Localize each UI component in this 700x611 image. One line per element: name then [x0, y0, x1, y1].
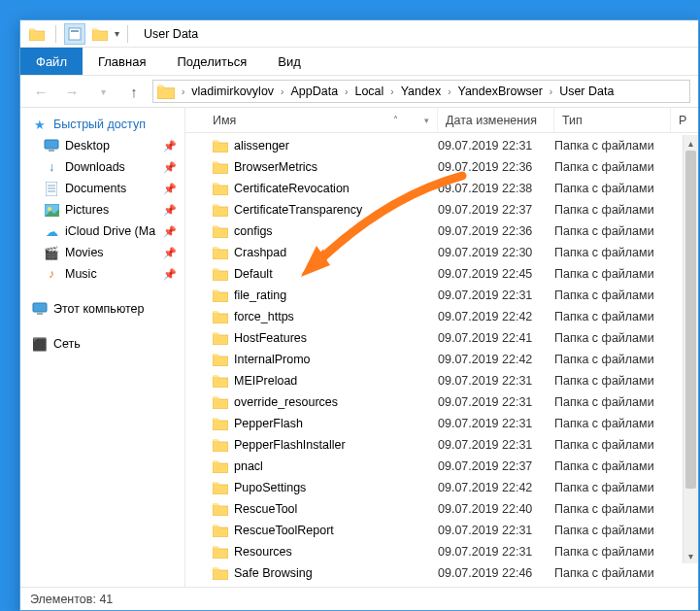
- column-name[interactable]: Имя ˄ ▾: [185, 108, 438, 132]
- table-row[interactable]: file_rating09.07.2019 22:31Папка с файла…: [185, 285, 698, 306]
- file-date: 09.07.2019 22:41: [438, 331, 554, 345]
- file-type: Папка с файлами: [554, 224, 671, 238]
- file-name: HostFeatures: [234, 331, 307, 345]
- folder-icon: [213, 524, 228, 537]
- tab-home[interactable]: Главная: [83, 48, 161, 75]
- breadcrumb-seg[interactable]: User Data: [555, 85, 617, 98]
- table-row[interactable]: force_https09.07.2019 22:42Папка с файла…: [185, 306, 698, 327]
- file-name: PupoSettings: [234, 481, 306, 494]
- folder-icon: [213, 374, 228, 388]
- scroll-down-icon[interactable]: ▾: [683, 548, 698, 563]
- table-row[interactable]: PepperFlashInstaller09.07.2019 22:31Папк…: [185, 434, 698, 456]
- breadcrumb-seg[interactable]: vladimirkovylov: [187, 85, 278, 98]
- sidebar-network[interactable]: ⬛ Сеть: [24, 333, 181, 355]
- title-bar: ▾ User Data: [20, 20, 698, 48]
- file-type: Папка с файлами: [554, 481, 671, 494]
- sidebar-item-label: Быстрый доступ: [53, 118, 146, 131]
- pictures-icon: [44, 202, 59, 218]
- file-type: Папка с файлами: [554, 395, 671, 409]
- file-type: Папка с файлами: [554, 438, 671, 452]
- table-row[interactable]: MEIPreload09.07.2019 22:31Папка с файлам…: [185, 370, 698, 391]
- table-row[interactable]: PepperFlash09.07.2019 22:31Папка с файла…: [185, 413, 698, 434]
- sidebar-item[interactable]: 🎬Movies📌: [24, 242, 181, 263]
- column-last[interactable]: Р: [671, 108, 698, 132]
- folder-icon: [213, 331, 228, 345]
- explorer-window: ▾ User Data Файл Главная Поделиться Вид …: [19, 19, 699, 611]
- table-row[interactable]: pnacl09.07.2019 22:37Папка с файлами: [185, 456, 698, 477]
- up-button[interactable]: ↑: [121, 79, 147, 104]
- table-row[interactable]: Default09.07.2019 22:45Папка с файлами: [185, 263, 698, 285]
- table-row[interactable]: configs09.07.2019 22:36Папка с файлами: [185, 221, 698, 242]
- network-icon: ⬛: [32, 336, 48, 352]
- file-date: 09.07.2019 22:36: [438, 224, 554, 238]
- table-row[interactable]: Crashpad09.07.2019 22:30Папка с файлами: [185, 242, 698, 263]
- qat-folder-button[interactable]: [26, 23, 48, 45]
- table-row[interactable]: BrowserMetrics09.07.2019 22:36Папка с фа…: [185, 156, 698, 178]
- table-row[interactable]: InternalPromo09.07.2019 22:42Папка с фай…: [185, 349, 698, 370]
- table-row[interactable]: CertificateRevocation09.07.2019 22:38Пап…: [185, 178, 698, 199]
- table-row[interactable]: PupoSettings09.07.2019 22:42Папка с файл…: [185, 477, 698, 498]
- folder-icon: [213, 481, 228, 494]
- recent-dropdown[interactable]: ▾: [90, 79, 116, 104]
- star-icon: ★: [32, 117, 48, 132]
- chevron-right-icon: ›: [179, 86, 187, 97]
- scroll-thumb[interactable]: [685, 151, 696, 489]
- file-date: 09.07.2019 22:45: [438, 267, 554, 281]
- breadcrumb-seg[interactable]: Yandex: [397, 85, 445, 98]
- breadcrumb[interactable]: › vladimirkovylov› AppData› Local› Yande…: [152, 80, 690, 103]
- column-modified[interactable]: Дата изменения: [438, 108, 554, 132]
- chevron-down-icon[interactable]: ▾: [424, 116, 429, 125]
- breadcrumb-seg[interactable]: AppData: [286, 85, 342, 98]
- tab-view[interactable]: Вид: [262, 48, 317, 75]
- table-row[interactable]: override_resources09.07.2019 22:31Папка …: [185, 391, 698, 413]
- table-row[interactable]: RescueTool09.07.2019 22:40Папка с файлам…: [185, 498, 698, 520]
- table-row[interactable]: RescueToolReport09.07.2019 22:31Папка с …: [185, 520, 698, 541]
- qat-open-button[interactable]: [89, 23, 111, 45]
- table-row[interactable]: Safe Browsing09.07.2019 22:46Папка с фай…: [185, 562, 698, 584]
- sidebar-item[interactable]: ☁iCloud Drive (Ma📌: [24, 221, 181, 242]
- table-row[interactable]: CertificateTransparency09.07.2019 22:37П…: [185, 199, 698, 221]
- qat-dropdown-icon[interactable]: ▾: [115, 28, 119, 39]
- qat-properties-button[interactable]: [64, 23, 85, 45]
- file-name: BrowserMetrics: [234, 160, 317, 174]
- tab-share[interactable]: Поделиться: [161, 48, 262, 75]
- file-name: file_rating: [234, 289, 286, 302]
- file-name: Default: [234, 267, 273, 281]
- scroll-up-icon[interactable]: ▴: [683, 135, 698, 151]
- breadcrumb-seg[interactable]: Local: [350, 85, 387, 98]
- table-row[interactable]: Resources09.07.2019 22:31Папка с файлами: [185, 541, 698, 562]
- file-date: 09.07.2019 22:42: [438, 481, 554, 494]
- table-row[interactable]: alissenger09.07.2019 22:31Папка с файлам…: [185, 135, 698, 156]
- folder-icon: [213, 438, 228, 452]
- table-row[interactable]: HostFeatures09.07.2019 22:41Папка с файл…: [185, 327, 698, 349]
- sidebar-item[interactable]: Desktop📌: [24, 135, 181, 156]
- tab-file[interactable]: Файл: [20, 48, 83, 75]
- folder-icon: [213, 224, 228, 238]
- file-date: 09.07.2019 22:42: [438, 353, 554, 366]
- movies-icon: 🎬: [44, 245, 59, 260]
- sidebar-item[interactable]: Pictures📌: [24, 199, 181, 221]
- back-button[interactable]: ←: [28, 79, 53, 104]
- sidebar-item-label: Сеть: [53, 337, 81, 351]
- column-type[interactable]: Тип: [554, 108, 671, 132]
- sidebar-item[interactable]: ↓Downloads📌: [24, 156, 181, 178]
- pin-icon: 📌: [163, 225, 177, 238]
- file-name: CertificateTransparency: [234, 203, 362, 217]
- forward-button[interactable]: →: [59, 79, 84, 104]
- sidebar-this-pc[interactable]: Этот компьютер: [24, 298, 181, 320]
- status-count: 41: [99, 593, 113, 606]
- breadcrumb-seg[interactable]: YandexBrowser: [453, 85, 546, 98]
- vertical-scrollbar[interactable]: ▴ ▾: [683, 135, 698, 563]
- sidebar-item-label: Music: [65, 267, 97, 281]
- file-date: 09.07.2019 22:37: [438, 459, 554, 473]
- folder-icon: [213, 545, 228, 559]
- file-name: Safe Browsing: [234, 566, 313, 580]
- sidebar-item[interactable]: Documents📌: [24, 178, 181, 199]
- file-date: 09.07.2019 22:46: [438, 566, 554, 580]
- file-type: Папка с файлами: [554, 459, 671, 473]
- file-name: configs: [234, 224, 273, 238]
- folder-icon: [213, 310, 228, 323]
- sidebar-quick-access[interactable]: ★ Быстрый доступ: [24, 114, 181, 135]
- file-name: pnacl: [234, 459, 263, 473]
- sidebar-item[interactable]: ♪Music📌: [24, 263, 181, 285]
